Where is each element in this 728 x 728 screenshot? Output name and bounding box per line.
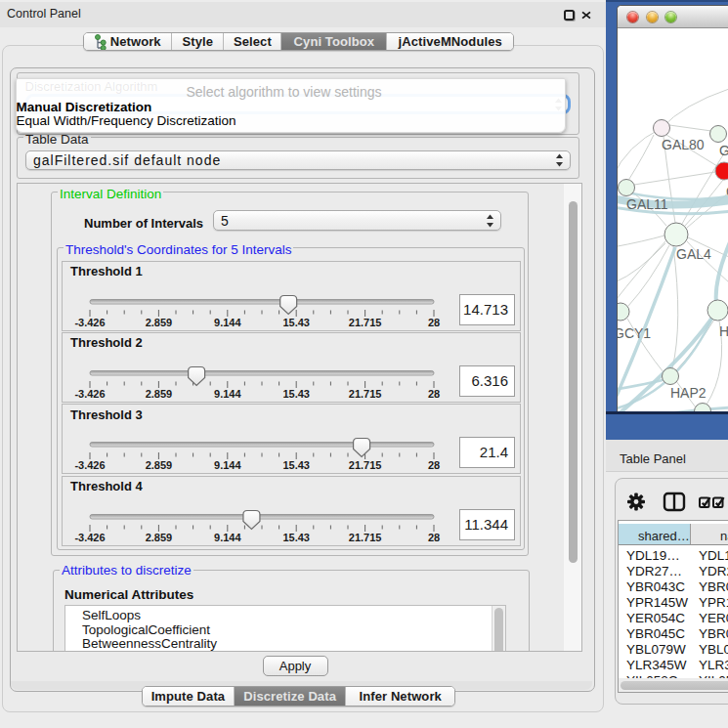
svg-text:-3.426: -3.426 [74, 459, 105, 471]
svg-text:GAL...: GAL... [719, 143, 728, 158]
svg-text:GAL11: GAL11 [626, 196, 668, 212]
svg-text:9.144: 9.144 [214, 388, 241, 400]
svg-text:9.144: 9.144 [214, 532, 241, 543]
svg-text:2.859: 2.859 [146, 459, 173, 471]
svg-text:28: 28 [428, 459, 440, 471]
svg-text:15.43: 15.43 [282, 317, 310, 328]
svg-text:15.43: 15.43 [282, 459, 310, 471]
svg-text:GCY1: GCY1 [618, 325, 651, 341]
svg-text:21.715: 21.715 [349, 388, 382, 400]
svg-text:21.715: 21.715 [349, 317, 382, 328]
svg-text:-3.426: -3.426 [74, 532, 105, 543]
svg-text:15.43: 15.43 [282, 388, 310, 400]
svg-text:-3.426: -3.426 [74, 388, 105, 400]
svg-text:HAP2: HAP2 [670, 385, 707, 401]
svg-text:21.715: 21.715 [349, 532, 382, 543]
svg-text:GAL4: GAL4 [676, 246, 711, 262]
svg-text:2.859: 2.859 [146, 532, 173, 543]
svg-text:21.715: 21.715 [349, 459, 382, 471]
svg-text:2.859: 2.859 [146, 388, 173, 400]
svg-text:28: 28 [428, 388, 440, 400]
svg-text:-3.426: -3.426 [74, 317, 105, 328]
svg-text:HA: HA [719, 323, 728, 339]
svg-text:9.144: 9.144 [214, 317, 241, 328]
svg-text:2.859: 2.859 [146, 317, 173, 328]
svg-text:28: 28 [428, 532, 440, 543]
svg-text:9.144: 9.144 [214, 459, 241, 471]
svg-text:28: 28 [428, 317, 440, 328]
svg-text:15.43: 15.43 [282, 532, 310, 543]
svg-text:GAL80: GAL80 [662, 137, 705, 152]
